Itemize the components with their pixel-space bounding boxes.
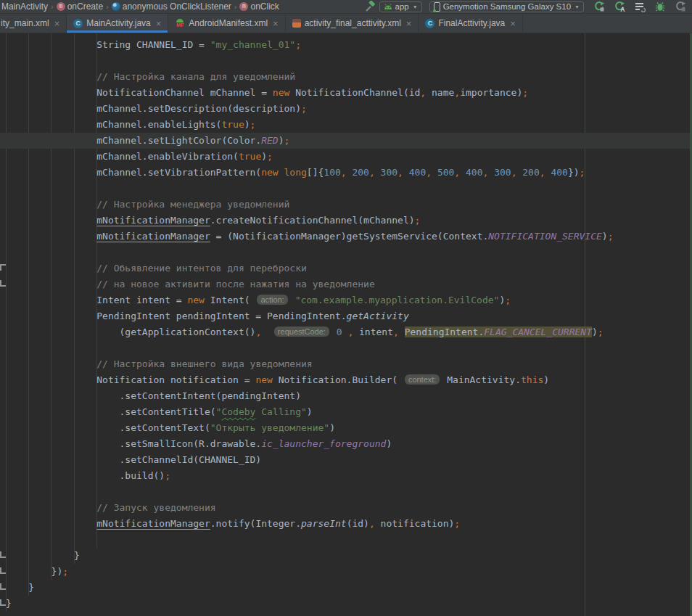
code-token: ) — [261, 151, 267, 162]
code-line[interactable]: .setContentText("Открыть уведомление") — [0, 420, 692, 436]
tab-close-icon[interactable]: × — [273, 19, 279, 28]
code-line[interactable] — [0, 245, 692, 260]
run-configuration-select[interactable]: app ▼ — [379, 1, 422, 12]
code-line[interactable]: mChannel.enableVibration(true); — [0, 149, 692, 165]
tab-label: FinalActtivity.java — [438, 18, 505, 28]
method-icon: m — [57, 2, 65, 11]
apply-code-changes-icon[interactable]: A — [614, 1, 625, 12]
chevron-down-icon: ▼ — [574, 4, 580, 9]
anonymous-class-icon — [112, 2, 120, 11]
code-line[interactable]: mChannel.setDescription(description); — [0, 101, 692, 117]
code-token: new — [261, 167, 278, 178]
debug-icon[interactable] — [654, 1, 666, 12]
code-line-caret[interactable]: mChannel.setLightColor(Color.RED); — [0, 133, 692, 149]
fold-marker-icon[interactable] — [0, 264, 6, 271]
code-token: 0 — [337, 327, 342, 337]
code-line[interactable]: mChannel.setVibrationPattern(new long[]{… — [0, 165, 692, 181]
breadcrumb-item[interactable]: anonymous OnClickListener — [112, 1, 231, 12]
device-select[interactable]: Genymotion Samsung Galaxy S10 ▼ — [429, 1, 584, 12]
code-line[interactable] — [0, 484, 692, 500]
editor-tab[interactable]: ity_main.xml× — [0, 14, 67, 33]
tab-close-icon[interactable]: × — [156, 19, 162, 28]
code-token: true — [221, 119, 244, 130]
device-label: Genymotion Samsung Galaxy S10 — [443, 2, 571, 11]
code-line[interactable]: } — [0, 548, 692, 564]
fold-marker-icon[interactable] — [0, 599, 6, 606]
code-token: ; — [62, 566, 68, 577]
attach-debugger-icon[interactable] — [675, 1, 686, 12]
code-line[interactable] — [0, 340, 692, 356]
code-token: , — [393, 327, 399, 337]
code-token: ; — [505, 295, 511, 305]
code-token: , — [426, 167, 432, 178]
code-line[interactable]: NotificationChannel mChannel = new Notif… — [0, 85, 692, 101]
code-line[interactable]: .build(); — [0, 468, 692, 484]
fold-marker-icon[interactable] — [0, 280, 6, 287]
code-line[interactable]: mChannel.enableLights(true); — [0, 117, 692, 133]
code-line[interactable]: Intent intent = new Intent( action: "com… — [0, 292, 692, 308]
code-line[interactable]: } — [0, 596, 692, 612]
code-line[interactable]: }); — [0, 564, 692, 580]
breadcrumb-separator: › — [51, 2, 54, 11]
code-line[interactable]: (getApplicationContext(), requestCode: 0… — [0, 324, 692, 340]
parameter-hint-chip: action: — [257, 295, 287, 305]
fold-marker-icon[interactable] — [0, 551, 6, 558]
code-token: ) — [386, 438, 392, 449]
code-token: ; — [250, 119, 256, 130]
code-line[interactable]: .setSmallIcon(R.drawable.ic_launcher_for… — [0, 436, 692, 452]
code-token: PendingIntent pendingIntent = PendingInt… — [6, 311, 347, 321]
editor-tab[interactable]: activity_final_acttivity.xml× — [286, 14, 419, 33]
code-line[interactable]: .setChannelId(CHANNEL_ID) — [0, 452, 692, 468]
build-hammer-icon[interactable] — [364, 1, 376, 12]
editor-tab[interactable]: CFinalActtivity.java× — [419, 14, 522, 33]
code-token: .setContentText( — [6, 422, 210, 433]
code-token — [460, 167, 466, 178]
code-line[interactable] — [0, 532, 692, 548]
code-token: ; — [295, 39, 301, 50]
breadcrumb-item[interactable]: monCreate — [57, 1, 103, 12]
breadcrumb-item[interactable]: MainActivity — [1, 1, 48, 12]
code-token: 400 — [551, 167, 567, 178]
fold-marker-icon[interactable] — [0, 567, 6, 574]
editor-tab[interactable]: MFAndroidManifest.xml× — [168, 14, 285, 33]
code-token: []{ — [307, 167, 324, 178]
code-line[interactable]: // на новое активити после нажатия на ув… — [0, 276, 692, 292]
code-line[interactable]: mNotificationManager.createNotificationC… — [0, 213, 692, 229]
code-line[interactable] — [0, 53, 692, 69]
code-token: ) — [307, 406, 313, 417]
code-line[interactable] — [0, 181, 692, 197]
code-token: NotificationChannel mChannel = — [6, 87, 273, 98]
code-token: , — [540, 167, 545, 178]
method-icon: m — [239, 2, 248, 11]
code-line[interactable]: mNotificationManager.notify(Integer.pars… — [0, 516, 692, 532]
code-line[interactable]: // Настройка канала для уведомлений — [0, 69, 692, 85]
code-line[interactable]: mNotificationManager = (NotificationMana… — [0, 229, 692, 245]
code-line[interactable]: .setContentIntent(pendingIntent) — [0, 388, 692, 404]
code-line[interactable]: Notification notification = new Notifica… — [0, 372, 692, 388]
code-line[interactable]: // Запуск уведомления — [0, 500, 692, 516]
code-line[interactable]: } — [0, 580, 692, 596]
code-token: true — [239, 151, 261, 162]
code-token: // Запуск уведомления — [96, 502, 215, 513]
code-token: .setChannelId(CHANNEL_ID) — [6, 454, 261, 465]
tab-label: AndroidManifest.xml — [189, 18, 268, 28]
code-line[interactable]: // Обьявление интентов для переброски — [0, 260, 692, 276]
code-line[interactable]: PendingIntent pendingIntent = PendingInt… — [0, 308, 692, 324]
svg-text:A: A — [620, 6, 625, 12]
code-token: .setContentIntent(pendingIntent) — [6, 390, 301, 401]
code-line[interactable]: // Настройка внешнего вида уведомления — [0, 356, 692, 372]
tab-close-icon[interactable]: × — [510, 19, 516, 28]
list-icon[interactable] — [634, 1, 646, 12]
code-token — [399, 327, 405, 337]
code-line[interactable]: String CHANNEL_ID = "my_channel_01"; — [0, 37, 692, 53]
breadcrumb-item[interactable]: monClick — [239, 1, 279, 12]
tab-close-icon[interactable]: × — [406, 19, 412, 28]
tab-close-icon[interactable]: × — [54, 19, 60, 28]
editor-tab[interactable]: CMainActivity.java× — [67, 14, 168, 33]
code-token: ; — [608, 231, 614, 242]
code-line[interactable]: .setContentTitle("Codeby Calling") — [0, 404, 692, 420]
code-token — [6, 502, 96, 513]
apply-changes-restart-icon[interactable] — [593, 1, 605, 12]
code-line[interactable]: // Настройка менеджера уведомлений — [0, 197, 692, 213]
fold-marker-icon[interactable] — [0, 583, 6, 590]
